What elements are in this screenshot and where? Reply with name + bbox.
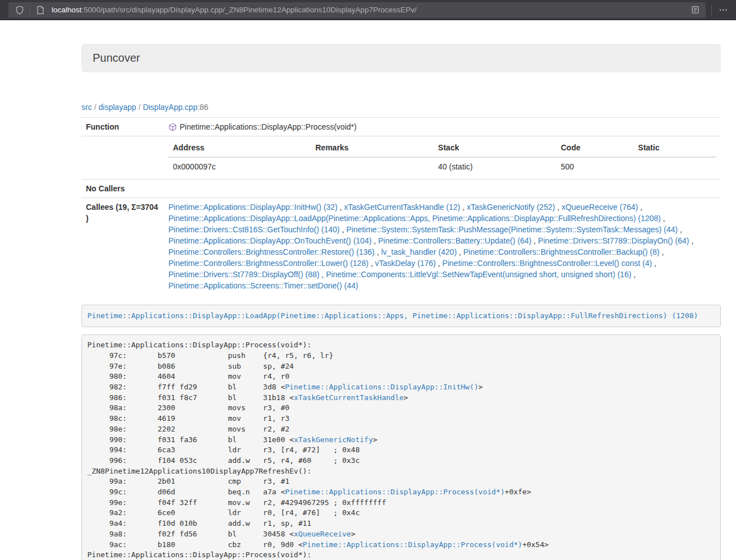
column-header-remarks: Remarks <box>311 140 434 157</box>
column-header-code: Code <box>556 140 634 157</box>
url-host: localhost <box>52 6 81 14</box>
callees-list: Pinetime::Applications::DisplayApp::Init… <box>164 198 721 295</box>
callee-link[interactable]: Pinetime::Applications::Screens::Timer::… <box>168 281 358 290</box>
stats-header-row: Address Remarks Stack Code Static <box>168 140 716 157</box>
url-path: :5000/path/src/displayapp/DisplayApp.cpp… <box>81 6 417 14</box>
selected-symbol-link[interactable]: Pinetime::Applications::DisplayApp::Load… <box>88 311 698 320</box>
browser-toolbar: localhost:5000/path/src/displayapp/Displ… <box>0 0 736 20</box>
assembly-symbol-link[interactable]: xQueueReceive <box>294 530 351 538</box>
function-row: Function Pinetime::Applications::Display… <box>81 118 721 136</box>
callee-link[interactable]: Pinetime::Applications::DisplayApp::Load… <box>168 214 661 223</box>
callee-link[interactable]: Pinetime::Controllers::Battery::Update()… <box>378 236 532 245</box>
assembly-symbol-link[interactable]: Pinetime::Applications::DisplayApp::Proc… <box>285 488 505 496</box>
callee-link[interactable]: xQueueReceive (764) <box>561 203 638 212</box>
callee-link[interactable]: Pinetime::Controllers::BrightnessControl… <box>168 259 368 268</box>
breadcrumb-link-file[interactable]: DisplayApp.cpp <box>143 103 197 112</box>
address-value: 0x0000097c <box>168 157 311 176</box>
stack-value: 40 (static) <box>433 157 556 176</box>
callee-link[interactable]: Pinetime::Applications::DisplayApp::Init… <box>168 203 337 212</box>
reader-mode-icon[interactable] <box>689 3 702 17</box>
callee-link[interactable]: Pinetime::Controllers::BrightnessControl… <box>168 247 374 256</box>
assembly-symbol-link[interactable]: xTaskGenericNotify <box>294 435 373 444</box>
page-container: Puncover src/displayapp/DisplayApp.cpp:8… <box>81 44 721 560</box>
callee-link[interactable]: Pinetime::Drivers::St7789::DisplayOn() (… <box>538 236 689 245</box>
column-header-static: Static <box>634 140 716 157</box>
page-title: Puncover <box>93 52 140 65</box>
tracking-protection-shield-icon[interactable] <box>13 3 26 17</box>
callee-link[interactable]: Pinetime::Applications::DisplayApp::OnTo… <box>168 236 372 245</box>
breadcrumb-separator: / <box>92 103 99 112</box>
callee-link[interactable]: xTaskGetCurrentTaskHandle (12) <box>344 203 460 212</box>
assembly-code: Pinetime::Applications::DisplayApp::Proc… <box>88 341 549 560</box>
column-header-stack: Stack <box>433 140 556 157</box>
stats-value-row: 0x0000097c 40 (static) 500 <box>168 157 716 176</box>
breadcrumb-link-displayapp[interactable]: displayapp <box>99 103 136 112</box>
url-text[interactable]: localhost:5000/path/src/displayapp/Displ… <box>52 6 689 14</box>
toolbar-divider <box>711 4 712 16</box>
urlbar-divider <box>30 5 30 15</box>
url-bar[interactable]: localhost:5000/path/src/displayapp/Displ… <box>8 2 706 18</box>
assembly-symbol-link[interactable]: xTaskGetCurrentTaskHandle <box>294 393 404 402</box>
no-callers-row: No Callers <box>81 180 721 198</box>
callee-link[interactable]: Pinetime::Drivers::Cst816S::GetTouchInfo… <box>168 225 340 234</box>
breadcrumb-line-number: :86 <box>198 103 208 112</box>
callee-link[interactable]: Pinetime::Drivers::St7789::DisplayOff() … <box>168 270 319 279</box>
no-callers-label: No Callers <box>81 180 164 198</box>
callee-link[interactable]: Pinetime::Components::LittleVgl::SetNewT… <box>326 270 632 279</box>
callee-link[interactable]: Pinetime::Controllers::BrightnessControl… <box>463 247 659 256</box>
function-label: Function <box>81 118 164 136</box>
remarks-value <box>311 157 434 176</box>
column-header-address: Address <box>168 140 311 157</box>
app-header-panel: Puncover <box>81 44 721 72</box>
static-value <box>634 157 716 176</box>
callees-label: Callees (19, Σ=3704 ) <box>81 198 164 295</box>
assembly-symbol-link[interactable]: Pinetime::Applications::DisplayApp::Proc… <box>303 540 522 549</box>
callee-link[interactable]: xTaskGenericNotify (252) <box>467 203 555 212</box>
callee-link[interactable]: vTaskDelay (176) <box>375 259 436 268</box>
assembly-symbol-link[interactable]: Pinetime::Applications::DisplayApp::Init… <box>285 383 478 391</box>
more-menu-icon[interactable]: ••• <box>717 0 730 20</box>
function-detail-table: Function Pinetime::Applications::Display… <box>81 117 721 295</box>
callee-link[interactable]: Pinetime::System::SystemTask::PushMessag… <box>346 225 678 234</box>
empty-label-cell <box>81 136 164 180</box>
page-info-icon[interactable] <box>34 3 47 17</box>
selected-symbol-snippet: Pinetime::Applications::DisplayApp::Load… <box>81 305 721 327</box>
function-stats-row: Address Remarks Stack Code Static 0x0000… <box>81 136 721 180</box>
function-name: Pinetime::Applications::DisplayApp::Proc… <box>180 121 356 132</box>
breadcrumb-separator: / <box>136 103 143 112</box>
callees-row: Callees (19, Σ=3704 ) Pinetime::Applicat… <box>81 198 721 295</box>
breadcrumb-link-src[interactable]: src <box>81 103 92 112</box>
callee-link[interactable]: lv_task_handler (420) <box>381 247 457 256</box>
disassembly-block: Pinetime::Applications::DisplayApp::Proc… <box>81 334 721 560</box>
code-value: 500 <box>556 157 634 176</box>
callee-link[interactable]: Pinetime::Controllers::BrightnessControl… <box>442 259 652 268</box>
stats-table: Address Remarks Stack Code Static 0x0000… <box>168 140 716 176</box>
package-cube-icon <box>168 123 177 131</box>
breadcrumb: src/displayapp/DisplayApp.cpp:86 <box>81 102 721 113</box>
